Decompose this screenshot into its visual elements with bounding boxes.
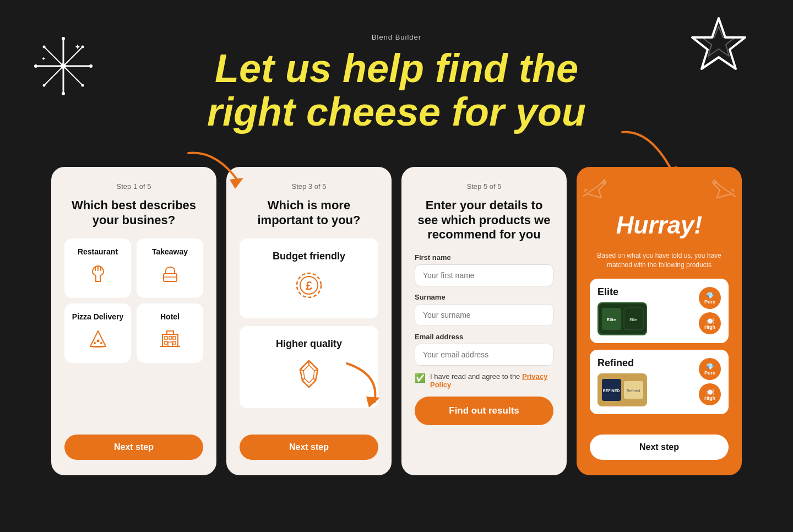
surname-label: Surname <box>415 293 553 301</box>
option-takeaway-label: Takeaway <box>152 247 188 256</box>
elite-badges: 💎 Pure 🍽️ High <box>699 287 721 334</box>
first-name-label: First name <box>415 253 553 262</box>
first-name-group: First name <box>415 253 553 286</box>
card-results: Hurray! Based on what you have told us, … <box>577 167 742 475</box>
hurray-title: Hurray! <box>590 211 729 240</box>
hotel-icon <box>158 327 182 354</box>
find-results-button[interactable]: Find out results <box>415 397 553 425</box>
step5-title: Enter your details to see which products… <box>415 198 553 242</box>
svg-text:Elite: Elite <box>629 318 637 322</box>
surname-input[interactable] <box>415 304 553 326</box>
step1-label: Step 1 of 5 <box>117 182 151 191</box>
email-label: Email address <box>415 333 553 341</box>
svg-point-23 <box>94 342 96 344</box>
option-pizza-label: Pizza Delivery <box>72 312 123 321</box>
surname-group: Surname <box>415 293 553 326</box>
option-restaurant[interactable]: Restaurant <box>64 238 131 298</box>
product-refined: Refined REFINED Refined 💎 Pure <box>590 350 729 414</box>
email-group: Email address <box>415 333 553 366</box>
svg-line-43 <box>584 189 588 190</box>
svg-rect-31 <box>168 342 172 346</box>
brand-name: Blend Builder <box>0 33 793 41</box>
option-hotel-label: Hotel <box>160 312 180 321</box>
step3-next-button[interactable]: Next step <box>240 435 378 460</box>
svg-point-22 <box>96 340 99 343</box>
svg-point-24 <box>100 342 102 344</box>
svg-line-47 <box>732 190 734 192</box>
pizza-icon <box>86 327 110 354</box>
product-elite: Elite Elite Elite 💎 Pure <box>590 279 729 343</box>
takeaway-icon <box>158 262 182 289</box>
elite-high-badge: 🍽️ High <box>699 312 721 334</box>
refined-pure-badge: 💎 Pure <box>699 358 721 380</box>
options-grid: Restaurant Takeaway <box>64 238 203 363</box>
svg-text:Refined: Refined <box>626 389 639 393</box>
product-elite-content: Elite Elite Elite <box>598 286 647 335</box>
elite-pure-label: Pure <box>704 300 715 305</box>
option-hotel[interactable]: Hotel <box>137 303 203 363</box>
arrow-decoration-3 <box>336 358 391 415</box>
svg-line-39 <box>313 378 316 381</box>
refined-high-badge: 🍽️ High <box>699 383 721 405</box>
refined-pure-label: Pure <box>704 371 715 376</box>
check-icon: ✅ <box>415 373 426 383</box>
quality-icon <box>291 356 327 396</box>
step1-next-button[interactable]: Next step <box>64 435 203 460</box>
privacy-text: I have read and agree to the Privacy Pol… <box>430 372 553 389</box>
svg-text:REFINED: REFINED <box>602 389 620 393</box>
refined-badges: 💎 Pure 🍽️ High <box>699 358 721 405</box>
svg-line-41 <box>302 378 305 381</box>
budget-icon: £ <box>292 269 325 306</box>
headline-line1: Let us help find the <box>0 47 793 90</box>
option-restaurant-label: Restaurant <box>78 247 118 256</box>
email-input[interactable] <box>415 344 553 366</box>
budget-label: Budget friendly <box>273 251 345 262</box>
svg-marker-19 <box>366 397 380 408</box>
svg-marker-36 <box>303 365 314 383</box>
step3-label: Step 3 of 5 <box>292 182 327 191</box>
step5-label: Step 5 of 5 <box>467 182 502 191</box>
svg-rect-29 <box>165 341 167 344</box>
restaurant-icon <box>86 262 110 289</box>
elite-high-label: High <box>704 325 715 330</box>
cards-container: Step 1 of 5 Which best describes your bu… <box>0 145 793 497</box>
arrow-decoration-2 <box>617 127 683 184</box>
results-next-button[interactable]: Next step <box>590 435 729 460</box>
svg-text:£: £ <box>306 279 313 292</box>
product-refined-content: Refined REFINED Refined <box>598 357 647 406</box>
product-refined-image: REFINED Refined <box>598 373 647 406</box>
arrow-decoration-1 <box>183 148 249 194</box>
svg-rect-26 <box>165 336 167 339</box>
main-title: Let us help find the right cheese for yo… <box>0 47 793 134</box>
quality-label: Higher quality <box>276 338 342 350</box>
svg-rect-28 <box>173 336 176 339</box>
step3-title: Which is more important to you? <box>240 198 378 227</box>
page-header: Blend Builder Let us help find the right… <box>0 0 793 134</box>
privacy-row: ✅ I have read and agree to the Privacy P… <box>415 372 553 389</box>
svg-marker-18 <box>664 166 677 179</box>
product-elite-name: Elite <box>598 286 647 298</box>
option-budget[interactable]: Budget friendly £ <box>240 238 378 318</box>
step1-title: Which best describes your busines? <box>64 198 203 227</box>
first-name-input[interactable] <box>415 264 553 286</box>
card-step3: Step 3 of 5 Which is more important to y… <box>226 167 392 475</box>
svg-rect-30 <box>173 341 176 344</box>
card-step1: Step 1 of 5 Which best describes your bu… <box>51 167 216 475</box>
elite-pure-badge: 💎 Pure <box>699 287 721 309</box>
svg-text:Elite: Elite <box>606 317 616 322</box>
refined-high-label: High <box>704 396 715 401</box>
option-pizza[interactable]: Pizza Delivery <box>64 303 131 363</box>
svg-marker-17 <box>230 178 243 189</box>
svg-rect-27 <box>169 336 172 339</box>
product-elite-image: Elite Elite <box>598 302 647 335</box>
option-takeaway[interactable]: Takeaway <box>137 238 203 298</box>
svg-rect-20 <box>164 274 177 281</box>
card-step5: Step 5 of 5 Enter your details to see wh… <box>401 167 567 475</box>
hurray-subtitle: Based on what you have told us, you have… <box>590 251 729 270</box>
product-refined-name: Refined <box>598 357 647 369</box>
